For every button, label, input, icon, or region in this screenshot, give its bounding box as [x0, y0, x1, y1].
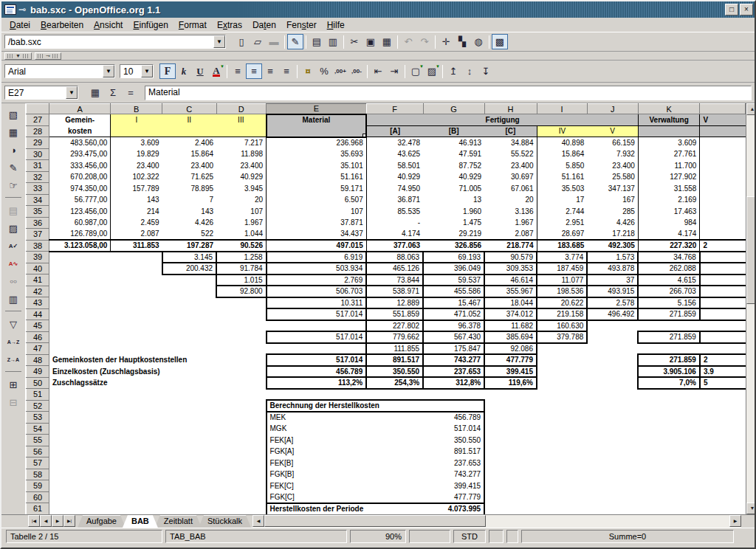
cell[interactable]: 51.161	[267, 171, 367, 183]
cell[interactable]	[700, 389, 746, 401]
cell[interactable]	[484, 412, 537, 424]
cell[interactable]: 455.586	[423, 286, 484, 297]
menu-extras[interactable]: Extras	[212, 18, 247, 32]
horizontal-scrollbar[interactable]: ◀ ▶	[252, 515, 755, 528]
cut-icon[interactable]: ✂	[346, 34, 362, 49]
underline-button[interactable]: U	[192, 63, 208, 79]
cell[interactable]	[700, 206, 746, 218]
cell[interactable]	[484, 446, 537, 458]
cell[interactable]: 20	[216, 194, 266, 206]
cell[interactable]	[700, 320, 746, 332]
cell[interactable]	[638, 503, 699, 515]
cell[interactable]	[49, 286, 111, 297]
cell[interactable]: 891.517	[366, 354, 423, 366]
cell[interactable]: 127.902	[638, 171, 699, 183]
row-header-54[interactable]: 54	[27, 423, 49, 435]
cell[interactable]: 517.014	[423, 423, 484, 435]
cell[interactable]	[366, 412, 423, 424]
cell[interactable]: 477.779	[423, 491, 484, 503]
col-header-B[interactable]: B	[111, 104, 162, 114]
ungroup-icon[interactable]: ⊟	[4, 393, 23, 411]
cell[interactable]: 47.591	[423, 148, 484, 160]
cell[interactable]	[700, 252, 746, 263]
cell[interactable]: 350.550	[366, 366, 423, 378]
cell[interactable]: 71.625	[162, 171, 216, 183]
cell[interactable]: 43.625	[366, 148, 423, 160]
cell[interactable]	[638, 423, 699, 435]
tab-next-button[interactable]: ▶	[52, 515, 63, 527]
cell[interactable]: 4.426	[587, 217, 638, 229]
cell[interactable]: 123.456,00	[49, 206, 111, 218]
cell[interactable]: 670.208,00	[49, 171, 111, 183]
cell[interactable]	[587, 412, 638, 424]
cell[interactable]: 51.161	[537, 171, 587, 183]
cell[interactable]	[587, 469, 638, 480]
cell[interactable]: 2.578	[587, 297, 638, 309]
cell[interactable]: 326.856	[423, 240, 484, 252]
save-icon[interactable]: ▬	[266, 34, 282, 49]
cell[interactable]	[216, 331, 266, 343]
cell[interactable]: 59.171	[267, 183, 367, 195]
font-name-value[interactable]: Arial	[5, 66, 103, 77]
cell[interactable]	[216, 400, 266, 412]
cell[interactable]	[111, 331, 162, 343]
copy-icon[interactable]: ▣	[362, 34, 379, 49]
maximize-button[interactable]: □	[725, 4, 738, 15]
function-icon[interactable]: =	[123, 85, 139, 100]
chevron-down-icon[interactable]: ▼	[66, 86, 78, 99]
chevron-down-icon[interactable]: ▼	[103, 65, 114, 77]
cell[interactable]	[484, 491, 537, 503]
cell[interactable]	[537, 423, 587, 435]
cell[interactable]	[587, 491, 638, 503]
cell[interactable]	[111, 320, 162, 332]
print-icon[interactable]: ▥	[325, 34, 341, 49]
menu-daten[interactable]: Daten	[247, 18, 281, 32]
menu-hilfe[interactable]: Hilfe	[322, 18, 350, 32]
cell[interactable]	[49, 389, 111, 401]
sum-icon[interactable]: Σ	[105, 85, 121, 100]
cell[interactable]	[111, 343, 162, 355]
row-header-28[interactable]: 28	[27, 125, 49, 137]
align-top-button[interactable]: ↥	[445, 63, 461, 79]
cell[interactable]: 218.774	[484, 240, 537, 252]
sheet-tab-stckkalk[interactable]: Stückkalk	[199, 515, 251, 528]
zoom-indicator[interactable]: 90%	[350, 530, 406, 543]
cell[interactable]: 4.615	[638, 274, 699, 286]
cell[interactable]: 32.478	[366, 137, 423, 149]
cell[interactable]: 2.087	[484, 229, 537, 241]
cell[interactable]	[162, 503, 216, 515]
cell[interactable]	[587, 354, 638, 366]
cell[interactable]	[111, 458, 162, 469]
cell[interactable]: MEK	[267, 412, 367, 424]
cell[interactable]	[216, 343, 266, 355]
cell[interactable]: 167	[587, 194, 638, 206]
row-header-60[interactable]: 60	[27, 491, 49, 503]
cell[interactable]: 46.913	[423, 137, 484, 149]
cell[interactable]: 35.503	[537, 183, 587, 195]
cell[interactable]	[700, 263, 746, 274]
cell[interactable]: 2.087	[111, 229, 162, 241]
cell[interactable]: 40.898	[537, 137, 587, 149]
cell[interactable]	[111, 446, 162, 458]
cell[interactable]	[700, 343, 746, 355]
align-center-button[interactable]: ≡	[246, 63, 262, 79]
cell[interactable]: 312,8%	[423, 377, 484, 389]
cell[interactable]	[700, 412, 746, 424]
row-header-32[interactable]: 32	[27, 171, 49, 183]
cell[interactable]: 4.073.995	[423, 503, 484, 515]
cell[interactable]	[162, 125, 216, 137]
increase-indent-button[interactable]: ⇥	[386, 63, 402, 79]
close-button[interactable]: ×	[740, 4, 753, 15]
cell[interactable]	[700, 229, 746, 241]
sort-descending-icon[interactable]: Z→A	[4, 351, 23, 368]
cell[interactable]	[537, 389, 587, 401]
cell[interactable]: V	[700, 114, 746, 126]
cell[interactable]	[484, 435, 537, 446]
cell[interactable]: 374.012	[484, 308, 537, 320]
cell[interactable]: 2.744	[537, 206, 587, 218]
cell[interactable]	[587, 343, 638, 355]
cell[interactable]	[700, 297, 746, 309]
cell[interactable]	[49, 491, 111, 503]
cell[interactable]: 266.703	[638, 286, 699, 297]
cell[interactable]	[162, 320, 216, 332]
